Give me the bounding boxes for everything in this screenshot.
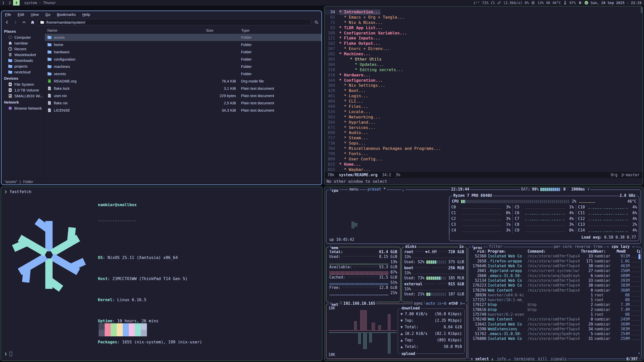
process-row[interactable]: 52134 Isolated Web Co /nix/store/sm8fmrf… xyxy=(470,278,640,283)
process-row[interactable]: 178616 btop btop 2 nambiar 7.4M 0.0 xyxy=(470,307,640,312)
io-mode-button[interactable]: io xyxy=(458,244,465,249)
process-row[interactable]: 2660 .emacs-31.0.50- /nix/store/wnqz5pa8… xyxy=(470,273,640,278)
workspace-button[interactable]: 1 xyxy=(0,0,7,6)
header-user[interactable]: User: xyxy=(594,249,615,254)
workspace-button[interactable]: 2 xyxy=(7,0,13,6)
select-hint[interactable]: ↑ select ↓ xyxy=(471,357,493,361)
up-button[interactable] xyxy=(21,19,27,25)
sidebar-place-item[interactable]: Wastebasket xyxy=(2,52,45,58)
header-mem[interactable]: MemB xyxy=(617,249,630,254)
disks-title[interactable]: disks xyxy=(404,244,418,249)
cpu-tab[interactable]: 1cpu xyxy=(329,187,339,193)
net-sync-button[interactable]: sync xyxy=(413,301,424,306)
emacs-scrollbar[interactable] xyxy=(641,7,642,13)
sidebar-place-item[interactable]: Computer xyxy=(2,34,45,40)
workspace-button[interactable]: 3 xyxy=(13,0,20,6)
terminate-button[interactable]: terminate xyxy=(514,357,535,361)
process-row[interactable]: 38936 kworker/u64:6-kc 1 root 0B 0.0 xyxy=(470,293,640,298)
menu-item[interactable]: File xyxy=(5,12,11,17)
search-button[interactable] xyxy=(313,19,319,25)
header-threads[interactable]: Threads: xyxy=(581,249,593,254)
org-buffer[interactable]: 34 * Introduction... 65 * Emacs + Org + … xyxy=(325,7,642,172)
proc-scrollbar[interactable] xyxy=(638,254,640,259)
proc-user: nambiar xyxy=(594,336,615,341)
file-row[interactable]: LICENSE 34,3 KiB Plain text document xyxy=(45,107,321,114)
column-name[interactable]: Name xyxy=(45,28,203,32)
file-row[interactable]: home Folder xyxy=(45,41,321,48)
net-auto-button[interactable]: auto xyxy=(425,301,436,306)
forward-button[interactable] xyxy=(12,19,19,25)
net-interface-switch[interactable]: ←b eth0 n→ xyxy=(441,301,466,306)
cpu-box: 1cpu menu preset * 22:19:44 BAT○ 98% 0.0… xyxy=(326,190,641,244)
sidebar-place-item[interactable]: Downloads xyxy=(2,58,45,63)
menu-item[interactable]: Go xyxy=(45,12,50,17)
clock-date[interactable]: Sun, 28 Sep 2025 - 22:19 xyxy=(591,1,641,5)
file-row[interactable]: configuration Folder xyxy=(45,56,321,63)
menu-item[interactable]: Bookmarks xyxy=(57,12,76,17)
process-row[interactable]: 13642 Isolated Web Co /nix/store/sm8fmrf… xyxy=(470,322,640,327)
column-size[interactable]: Size xyxy=(203,28,238,32)
signals-button[interactable]: signals xyxy=(551,357,567,361)
process-row[interactable]: 2658 .firefox-wrappe /nix/store/sm8fmrf3… xyxy=(470,259,640,264)
file-row[interactable]: hardware Folder xyxy=(45,48,321,56)
mem-tab[interactable]: 2mem xyxy=(329,244,339,250)
sidebar-device-item[interactable]: File System xyxy=(2,81,45,87)
direction-arrow: ▲ xyxy=(400,331,403,336)
process-row[interactable]: 179127 btop btop 2 nambiar 7.3M 0.0 xyxy=(470,302,640,307)
process-row[interactable]: 2601 .Hyprland-wrapp /run/current-system… xyxy=(470,268,640,273)
back-button[interactable] xyxy=(4,19,10,25)
process-row[interactable]: 178248 Web Content /nix/store/sm8fmrf3wp… xyxy=(470,317,640,322)
path-field[interactable]: /home/nambiar/system/ xyxy=(38,19,311,25)
core-percent: 2% xyxy=(628,222,637,227)
column-type[interactable]: Type xyxy=(238,28,321,32)
core-row: C11 6% xyxy=(576,210,639,216)
cpu-model: Ryzen 7 PRO 8840U xyxy=(452,193,493,198)
process-row[interactable]: 178294 Web Content /nix/store/sm8fmrf3wp… xyxy=(470,288,640,293)
empty-prompt[interactable]: ❯ xyxy=(5,351,12,356)
sidebar-device-item[interactable]: 1,0 TB Volume xyxy=(2,87,45,93)
sidebar-place-item[interactable]: nextcloud xyxy=(2,69,45,75)
process-row[interactable]: 175749 kworker/6:2-even 1 root 0B 0.0 xyxy=(470,312,640,317)
file-row[interactable]: flake.nix 2,5 KiB Plain text document xyxy=(45,99,321,107)
sidebar-place-item[interactable]: projects xyxy=(2,63,45,69)
idle-inhibitor[interactable]: zᶻᶻ xyxy=(473,1,480,5)
process-row[interactable]: 3390 WebExtensions /nix/store/sm8fmrf3wp… xyxy=(470,327,640,332)
update-interval[interactable]: - 2000ms + xyxy=(566,187,590,192)
per-core-toggle[interactable]: per-core xyxy=(553,244,573,249)
menu-item[interactable]: Edit xyxy=(18,12,24,17)
process-row[interactable]: 51762 .emacs-31.0.50- /nix/store/wnqz5pa… xyxy=(470,332,640,336)
file-row[interactable]: user.nix 229 bytes Plain text document xyxy=(45,92,321,99)
file-row[interactable]: assets Folder xyxy=(45,34,321,41)
sidebar-place-item[interactable]: nambiar xyxy=(2,40,45,46)
filter-button[interactable]: filter xyxy=(488,244,503,249)
process-row[interactable]: 176000 Isolated Web Co /nix/store/sm8fmr… xyxy=(470,336,640,341)
sidebar-place-item[interactable]: Recent xyxy=(2,46,45,52)
process-row[interactable]: 177257 kworker/10:1-mm_ 1 root 0B 0.0 xyxy=(470,298,640,302)
reverse-toggle[interactable]: reverse xyxy=(574,244,591,249)
header-program[interactable]: Program: xyxy=(488,249,526,254)
file-row[interactable]: README.org 76,4 KiB Org-mode file xyxy=(45,77,321,85)
file-row[interactable]: machines Folder xyxy=(45,63,321,70)
process-row[interactable]: 52368 Isolated Web Co /nix/store/sm8fmrf… xyxy=(470,254,640,259)
process-row[interactable]: 176223 Isolated Web Co /nix/store/sm8fmr… xyxy=(470,283,640,288)
header-command[interactable]: Command: xyxy=(528,249,579,254)
menu-item[interactable]: View xyxy=(31,12,39,17)
proc-command: /nix/store/wnqz5pa8rayh xyxy=(528,274,579,278)
updates-ok-icon[interactable] xyxy=(584,1,588,5)
process-row[interactable]: 176646 Isolated Web Co /nix/store/sm8fmr… xyxy=(470,264,640,268)
proc-tab[interactable]: 4proc xyxy=(471,244,484,250)
menu-button[interactable]: menu xyxy=(348,187,359,192)
sidebar-network-item[interactable]: Browse Network xyxy=(2,105,45,111)
sort-selector[interactable]: ← cpu lazy → xyxy=(606,244,635,249)
tree-toggle[interactable]: tree xyxy=(592,244,603,249)
header-cpu[interactable]: Cpu% xyxy=(631,249,640,254)
proc-program: .emacs-31.0.50- xyxy=(488,274,526,278)
file-row[interactable]: secrets Folder xyxy=(45,70,321,77)
info-button[interactable]: info ↵ xyxy=(497,357,510,361)
preset-button[interactable]: preset * xyxy=(367,187,387,192)
file-row[interactable]: flake.lock 3,1 KiB Plain text document xyxy=(45,85,321,92)
home-button[interactable] xyxy=(29,19,36,25)
menu-item[interactable]: Help xyxy=(82,12,90,17)
sidebar-device-item[interactable]: SMALLBOX Wi... xyxy=(2,93,45,99)
kill-button[interactable]: kill xyxy=(538,357,547,361)
